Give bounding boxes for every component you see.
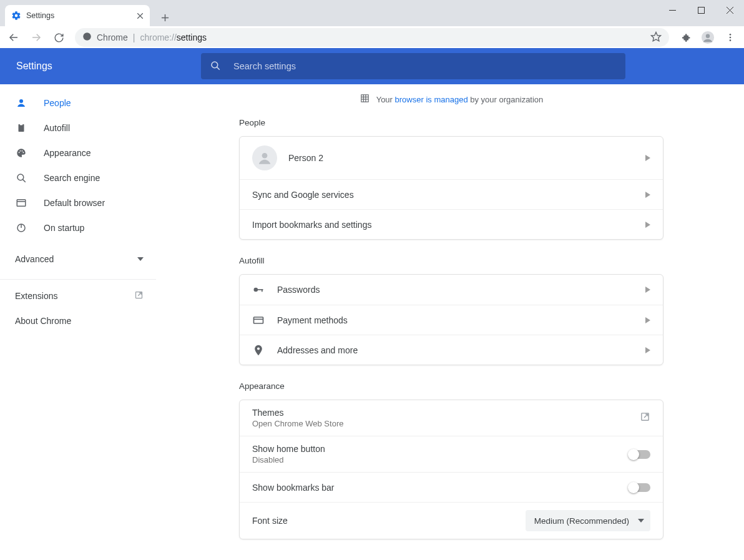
toggle-home-button[interactable] — [629, 450, 650, 459]
sidebar-item-on-startup[interactable]: On startup — [0, 215, 159, 240]
main-scroll[interactable]: Your browser is managed by your organiza… — [159, 84, 744, 560]
sidebar-item-appearance[interactable]: Appearance — [0, 140, 159, 165]
chevron-right-icon — [645, 315, 650, 326]
svg-marker-42 — [645, 222, 650, 228]
bookmark-star-icon[interactable] — [650, 31, 662, 44]
tab-strip: Settings — [5, 5, 174, 26]
search-settings-input[interactable] — [233, 61, 617, 71]
svg-rect-45 — [262, 289, 263, 292]
chevron-right-icon — [645, 152, 650, 164]
search-settings-box[interactable] — [201, 53, 625, 79]
nav-back-button[interactable] — [4, 27, 24, 47]
app-header: Settings — [0, 48, 744, 84]
sidebar-divider — [0, 279, 156, 280]
browser-tab-settings[interactable]: Settings — [5, 5, 150, 26]
row-sync-services[interactable]: Sync and Google services — [240, 179, 663, 209]
extensions-label: Extensions — [15, 291, 57, 301]
about-label: About Chrome — [15, 316, 71, 326]
clipboard-icon — [15, 122, 27, 134]
section-title-autofill: Autofill — [239, 256, 663, 265]
sidebar-advanced-toggle[interactable]: Advanced — [0, 247, 159, 272]
main-area: Your browser is managed by your organiza… — [159, 84, 744, 560]
svg-line-18 — [217, 67, 219, 69]
chevron-down-icon — [638, 516, 644, 526]
address-bar[interactable]: Chrome | chrome://settings — [75, 28, 669, 47]
sidebar-item-label: On startup — [44, 223, 84, 233]
omnibox-separator: | — [133, 32, 135, 42]
open-external-icon — [134, 290, 144, 302]
browser-toolbar: Chrome | chrome://settings — [0, 26, 744, 49]
extensions-button[interactable] — [675, 27, 695, 47]
dropdown-value: Medium (Recommended) — [534, 516, 629, 526]
location-icon — [252, 344, 277, 356]
sidebar-item-autofill[interactable]: Autofill — [0, 115, 159, 140]
svg-point-26 — [17, 174, 24, 180]
row-passwords[interactable]: Passwords — [240, 275, 663, 305]
row-bookmarks-bar: Show bookmarks bar — [240, 472, 663, 502]
row-profile[interactable]: Person 2 — [240, 137, 663, 179]
sidebar-extensions-link[interactable]: Extensions — [0, 283, 159, 308]
row-label: Font size — [252, 516, 526, 526]
row-label: Themes — [252, 408, 640, 418]
row-import-bookmarks[interactable]: Import bookmarks and settings — [240, 209, 663, 239]
sidebar-item-label: Search engine — [44, 173, 100, 183]
row-label: Sync and Google services — [252, 190, 645, 200]
svg-point-15 — [730, 37, 732, 39]
palette-icon — [15, 147, 27, 159]
browser-titlebar: Settings Chrome | chrome://settings — [0, 0, 744, 48]
dropdown-font-size[interactable]: Medium (Recommended) — [526, 510, 650, 531]
svg-point-23 — [20, 150, 21, 152]
key-icon — [252, 283, 277, 296]
sidebar-item-label: Autofill — [44, 123, 70, 133]
managed-link[interactable]: browser is managed — [395, 95, 468, 104]
svg-point-19 — [19, 99, 23, 103]
svg-point-43 — [254, 288, 258, 292]
building-icon — [360, 93, 370, 106]
svg-marker-11 — [652, 32, 661, 41]
window-close-button[interactable] — [715, 0, 744, 20]
new-tab-button[interactable] — [156, 9, 174, 26]
svg-point-16 — [730, 39, 732, 41]
toggle-bookmarks-bar[interactable] — [629, 483, 650, 492]
credit-card-icon — [252, 314, 277, 327]
profile-name: Person 2 — [288, 153, 645, 163]
profile-avatar-button[interactable] — [698, 27, 718, 47]
tab-close-button[interactable] — [135, 11, 145, 21]
row-home-button: Show home button Disabled — [240, 436, 663, 472]
sidebar-item-search-engine[interactable]: Search engine — [0, 165, 159, 190]
section-title-appearance: Appearance — [239, 381, 663, 391]
section-title-people: People — [239, 118, 663, 127]
sidebar-item-label: People — [44, 98, 71, 108]
search-icon — [15, 172, 27, 184]
row-addresses[interactable]: Addresses and more — [240, 335, 663, 365]
svg-rect-28 — [17, 200, 26, 207]
svg-line-27 — [22, 179, 25, 182]
sidebar-item-people[interactable]: People — [0, 91, 159, 115]
chevron-right-icon — [645, 189, 650, 200]
settings-sidebar: People Autofill Appearance Search engine… — [0, 84, 159, 560]
row-label: Import bookmarks and settings — [252, 220, 645, 230]
sidebar-item-default-browser[interactable]: Default browser — [0, 190, 159, 215]
svg-rect-34 — [361, 95, 368, 102]
nav-reload-button[interactable] — [49, 27, 69, 47]
overflow-menu-button[interactable] — [720, 27, 740, 47]
site-info-icon[interactable] — [82, 32, 92, 43]
row-sublabel: Disabled — [252, 455, 629, 464]
sidebar-about-link[interactable]: About Chrome — [0, 308, 159, 333]
person-icon — [15, 97, 27, 109]
svg-marker-50 — [645, 347, 650, 353]
row-themes[interactable]: Themes Open Chrome Web Store — [240, 400, 663, 436]
row-label: Payment methods — [277, 315, 645, 325]
sidebar-item-label: Default browser — [44, 198, 105, 208]
avatar — [252, 145, 277, 170]
settings-body: People Autofill Appearance Search engine… — [0, 84, 744, 560]
window-minimize-button[interactable] — [658, 0, 687, 20]
svg-rect-20 — [19, 124, 24, 132]
svg-point-22 — [19, 152, 20, 153]
window-maximize-button[interactable] — [687, 0, 715, 20]
nav-forward-button[interactable] — [26, 27, 46, 47]
omnibox-host: Chrome — [97, 32, 128, 42]
row-payment-methods[interactable]: Payment methods — [240, 305, 663, 335]
search-icon — [210, 60, 233, 73]
svg-marker-49 — [645, 317, 650, 323]
